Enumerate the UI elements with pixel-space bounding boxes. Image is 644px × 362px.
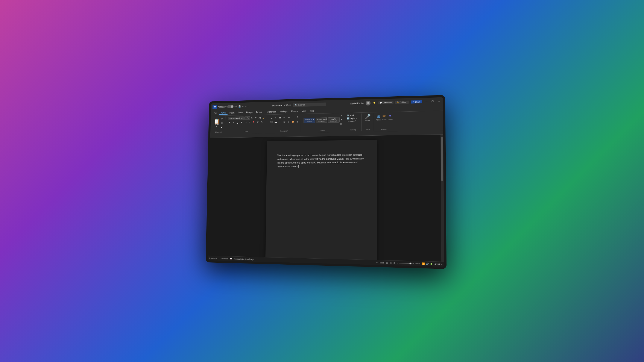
style-nospace-sublabel: No Spac... — [317, 120, 326, 122]
zoom-out-button[interactable]: − — [397, 262, 398, 264]
numbering-button[interactable]: ≡ — [274, 116, 278, 119]
sort-button[interactable]: ↕ — [291, 115, 295, 119]
bullets-button[interactable]: ☰ — [270, 116, 273, 119]
redo-button[interactable]: ↪ — [244, 105, 247, 107]
close-button[interactable]: ✕ — [437, 99, 441, 103]
cut-button[interactable]: ✂ — [220, 117, 224, 120]
superscript-button[interactable]: x² — [248, 120, 251, 124]
tab-review[interactable]: Review — [290, 109, 300, 113]
styles-scroll-down[interactable]: ▼ — [340, 118, 342, 121]
scrollbar-thumb[interactable] — [441, 137, 443, 181]
font-color-button[interactable]: A — [252, 120, 255, 124]
align-center-button[interactable]: ▬ — [274, 120, 278, 124]
editing-button[interactable]: ✏️ Editing ▾ — [396, 100, 409, 104]
view-web-button[interactable]: ⊟ — [390, 262, 392, 264]
restore-button[interactable]: ❐ — [430, 99, 435, 104]
paste-chevron: ▾ — [216, 125, 217, 127]
voice-group: 🎤 Dictate Voice — [362, 113, 373, 131]
volume-icon: 🔊 — [426, 262, 429, 265]
underline-button[interactable]: U — [236, 120, 239, 124]
styles-expand[interactable]: ⊡ — [340, 123, 342, 125]
more-button[interactable]: ▾ — [247, 105, 249, 107]
select-button[interactable]: ↗ Select ˅ — [347, 120, 360, 123]
view-print-button[interactable]: ▣ — [386, 262, 388, 264]
tab-file[interactable]: File — [212, 111, 219, 115]
paste-label: Paste — [215, 124, 219, 125]
view-outline-button[interactable]: ⊠ — [394, 262, 395, 264]
line-spacing-button[interactable]: ↕ — [287, 120, 291, 124]
addins-group: ⊞ Add-ins ✏ Editor ✦ Copilot Add-ins — [374, 113, 394, 131]
document-title: Document1 - Word — [272, 104, 291, 107]
lightbulb-icon[interactable]: 💡 — [372, 101, 376, 105]
borders-button[interactable]: ⊞ — [296, 119, 299, 123]
tab-insert[interactable]: Insert — [228, 111, 236, 114]
dictate-button[interactable]: 🎤 Dictate — [365, 114, 370, 121]
focus-button[interactable]: ⊙ Focus — [376, 261, 384, 264]
multilevel-button[interactable]: ≣ — [278, 116, 282, 119]
replace-label: Replace — [350, 117, 357, 119]
style-nospace-label: AaBbCcDd — [317, 118, 326, 120]
accessibility-status[interactable]: Accessibility: Good to go — [234, 258, 254, 260]
clipboard-label: Clipboard — [215, 130, 222, 133]
justify-button[interactable]: ▤ — [282, 120, 286, 124]
zoom-in-button[interactable]: + — [413, 262, 414, 265]
tab-layout[interactable]: Layout — [254, 110, 264, 113]
clear-format-button[interactable]: 🧹 — [262, 116, 265, 119]
align-left-button[interactable]: ⬛ — [270, 120, 273, 124]
save-button[interactable]: 💾 — [238, 105, 241, 108]
shading-button[interactable]: 🎨 — [291, 120, 295, 124]
decrease-indent-button[interactable]: ⇤ — [282, 115, 286, 119]
align-right-button[interactable]: ▪ — [278, 120, 282, 124]
chevron-down-icon: ▾ — [406, 101, 408, 103]
tab-references[interactable]: References — [264, 110, 278, 113]
increase-indent-button[interactable]: ⇥ — [287, 115, 290, 119]
replace-icon: 🔄 — [347, 117, 350, 119]
font-size-select[interactable]: 12 — [244, 116, 250, 120]
format-painter-button[interactable]: 🖌 — [220, 125, 224, 129]
paste-button[interactable]: 📋 Paste ▾ — [214, 119, 220, 127]
share-button[interactable]: ↗ Share — [411, 100, 422, 103]
user-name: Daniel Rubino — [350, 102, 364, 104]
text-color-button[interactable]: A̲ — [260, 120, 264, 124]
strikethrough-button[interactable]: S̶ — [240, 120, 243, 124]
doc-page[interactable]: This is me writing a paper on the Lenovo… — [265, 140, 377, 261]
replace-button[interactable]: 🔄 Replace — [347, 117, 360, 120]
styles-scroll-buttons: ▲ ▼ ⊡ — [340, 114, 342, 125]
italic-button[interactable]: I — [232, 120, 235, 124]
change-case-button[interactable]: Aa — [258, 116, 262, 119]
show-para-button[interactable]: ¶ — [296, 115, 299, 119]
addins-button[interactable]: ⊞ Add-ins — [376, 113, 381, 121]
style-no-spacing[interactable]: AaBbCcDd No Spac... — [316, 117, 327, 123]
find-button[interactable]: 🔍 Find — [347, 114, 360, 117]
editor-button[interactable]: ✏ Editor — [382, 113, 386, 120]
tab-help[interactable]: Help — [308, 109, 316, 112]
subscript-button[interactable]: x₂ — [244, 120, 247, 124]
style-heading1[interactable]: AaBb Heading 1 — [328, 117, 340, 122]
font-name-select[interactable]: Aptos (Body) — [228, 116, 244, 120]
tab-mailings[interactable]: Mailings — [278, 110, 289, 113]
title-bar-center: Document1 - Word 🔍 Search — [250, 102, 349, 108]
copilot-button[interactable]: ✦ Copilot — [388, 113, 392, 120]
tab-home[interactable]: Home — [219, 111, 228, 115]
tab-view[interactable]: View — [300, 109, 308, 113]
bold-button[interactable]: B — [228, 121, 232, 124]
style-normal[interactable]: AaBbCcDd Normal — [304, 117, 315, 123]
increase-font-button[interactable]: A⁺ — [250, 116, 254, 119]
word-count: 49 words — [220, 257, 228, 260]
autosave-toggle[interactable] — [227, 105, 234, 108]
copy-button[interactable]: ⎘ — [220, 121, 224, 124]
ribbon-collapse-button[interactable]: ⌃ — [440, 106, 441, 110]
comments-button[interactable]: 💬 Comments — [378, 101, 394, 104]
user-avatar: DR — [366, 101, 370, 105]
tab-design[interactable]: Design — [245, 110, 254, 114]
highlight-button[interactable]: 🖊 — [256, 120, 259, 124]
copilot-label: Copilot — [388, 119, 392, 120]
undo-button[interactable]: ↩ — [242, 105, 244, 107]
search-box[interactable]: 🔍 Search — [292, 102, 326, 107]
minimize-button[interactable]: — — [424, 99, 428, 104]
tab-draw[interactable]: Draw — [236, 111, 244, 114]
vertical-scrollbar[interactable] — [440, 135, 444, 262]
decrease-font-button[interactable]: A⁻ — [254, 116, 258, 119]
zoom-slider[interactable] — [399, 263, 412, 264]
styles-scroll-up[interactable]: ▲ — [340, 114, 342, 116]
